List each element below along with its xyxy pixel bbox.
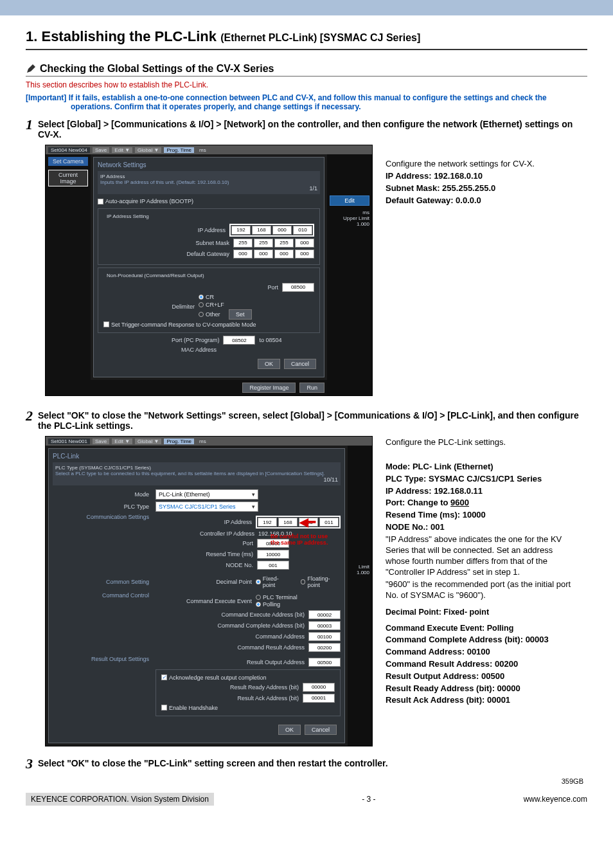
fixed-point-radio[interactable]: Fixed-point bbox=[256, 575, 290, 588]
command-address-label: Command Address bbox=[208, 633, 305, 640]
result-output-address-input[interactable] bbox=[308, 658, 341, 667]
result-ready-label: Result Ready Address (bit) bbox=[202, 684, 299, 691]
note-ip: IP Address: 192.168.0.11 bbox=[386, 486, 483, 496]
note-roaddr: Result Output Address: 00500 bbox=[386, 671, 504, 681]
note-dp: Decimal Point: Fixed- point bbox=[386, 607, 578, 617]
edit-menu[interactable]: Edit ▼ bbox=[112, 439, 132, 444]
resend-time-input[interactable] bbox=[257, 550, 289, 559]
set-trigger-label: Set Trigger-command Response to CV-compa… bbox=[111, 321, 256, 328]
note-node: NODE No.: 001 bbox=[386, 522, 445, 532]
ip-oct3[interactable] bbox=[272, 226, 292, 235]
note-intro: Configure the network settings for CV-X. bbox=[386, 159, 559, 170]
port-label: Port bbox=[195, 284, 278, 291]
ip-highlight-box bbox=[229, 224, 314, 237]
port-pc-label: Port (PC Program) bbox=[136, 337, 219, 343]
important-line2: operations. Confirm that it operates pro… bbox=[26, 102, 587, 111]
edit-side-button[interactable]: Edit bbox=[330, 195, 369, 206]
plc-ip-oct4[interactable] bbox=[319, 518, 339, 527]
note-para2: "9600" is the recommended port (as the i… bbox=[386, 579, 578, 601]
result-address-label: Command Result Address bbox=[208, 644, 305, 651]
save-button[interactable]: Save bbox=[93, 439, 109, 444]
run-button[interactable]: Run bbox=[299, 383, 324, 393]
app-topbar: Set004 New004 Save Edit ▼ Global ▼ Prog.… bbox=[46, 145, 372, 154]
command-address-input[interactable] bbox=[308, 632, 341, 641]
result-address-input[interactable] bbox=[308, 643, 341, 652]
ip-header: IP Address bbox=[100, 174, 317, 179]
set-button[interactable]: Set bbox=[229, 309, 252, 320]
polling-radio[interactable]: Polling bbox=[256, 601, 280, 608]
cancel-button[interactable]: Cancel bbox=[305, 725, 337, 735]
ack-result-checkbox[interactable]: ✓Acknowledge result output completion bbox=[161, 674, 267, 681]
default-gateway-label: Default Gateway bbox=[146, 251, 229, 257]
register-image-button[interactable]: Register Image bbox=[242, 383, 296, 393]
enable-handshake-checkbox[interactable]: Enable Handshake bbox=[161, 705, 218, 711]
page-counter: 1/1 bbox=[100, 185, 317, 192]
cancel-button[interactable]: Cancel bbox=[284, 359, 316, 369]
ip-address-label: IP Address bbox=[142, 227, 226, 233]
plc-terminal-radio[interactable]: PLC Terminal bbox=[256, 594, 298, 601]
global-menu[interactable]: Global ▼ bbox=[135, 147, 161, 153]
gw-oct2[interactable] bbox=[254, 249, 273, 258]
set-camera-button[interactable]: Set Camera bbox=[48, 157, 88, 166]
ok-button[interactable]: OK bbox=[258, 359, 280, 369]
resend-time-label: Resend Time (ms) bbox=[157, 551, 253, 557]
port-pc-input[interactable] bbox=[223, 336, 255, 345]
note-rrdy: Result Ready Address (bit): 00000 bbox=[386, 683, 520, 693]
right-sidebar: Limit 1.000 bbox=[348, 446, 372, 746]
screenshot-plc-link: Set001 New001 Save Edit ▼ Global ▼ Prog.… bbox=[45, 436, 373, 746]
result-ack-input[interactable] bbox=[303, 694, 335, 703]
subnet-mask-label: Subnet Mask bbox=[146, 240, 229, 246]
prog-time-label: Prog. Time bbox=[164, 439, 194, 444]
upper-limit-label: Upper Limit bbox=[330, 215, 369, 221]
ip-oct2[interactable] bbox=[252, 226, 271, 235]
communication-settings-label: Communication Settings bbox=[53, 514, 149, 520]
result-output-settings-label: Result Output Settings bbox=[53, 656, 149, 662]
plc-ip-oct2[interactable] bbox=[278, 518, 298, 527]
nonprocedural-group: Non-Procedural (Command/Result Output) bbox=[105, 273, 206, 278]
execute-address-input[interactable] bbox=[308, 610, 341, 619]
plc-type-select[interactable]: SYSMAC CJ/CS1/CP1 Series bbox=[155, 502, 258, 512]
note-ip: IP Address: 192.168.0.10 bbox=[386, 171, 559, 182]
plc-ip-oct1[interactable] bbox=[258, 518, 277, 527]
delim-cr-radio[interactable]: CR bbox=[199, 294, 214, 300]
node-no-input[interactable] bbox=[257, 561, 289, 570]
mode-label: Mode bbox=[53, 491, 149, 498]
step-number: 1 bbox=[26, 118, 33, 132]
edit-menu[interactable]: Edit ▼ bbox=[112, 147, 132, 153]
command-control-label: Command Control bbox=[53, 592, 149, 599]
gw-oct3[interactable] bbox=[274, 249, 294, 258]
result-ready-input[interactable] bbox=[303, 683, 335, 692]
set-trigger-checkbox[interactable]: Set Trigger-command Response to CV-compa… bbox=[103, 321, 256, 328]
port-pc-to: to 08504 bbox=[259, 337, 281, 343]
mask-oct1[interactable] bbox=[233, 239, 253, 248]
mask-oct3[interactable] bbox=[274, 239, 294, 248]
mask-oct4[interactable] bbox=[295, 239, 314, 248]
ms-label-side: ms bbox=[330, 210, 369, 215]
gw-oct1[interactable] bbox=[233, 249, 253, 258]
step-text: Select "OK" to close the "PLC-Link" sett… bbox=[38, 757, 587, 768]
complete-address-input[interactable] bbox=[308, 621, 341, 630]
global-menu[interactable]: Global ▼ bbox=[135, 439, 161, 444]
save-button[interactable]: Save bbox=[93, 147, 109, 153]
mask-oct2[interactable] bbox=[254, 239, 273, 248]
note-cmdaddr: Command Address: 00100 bbox=[386, 647, 490, 656]
ip-oct4[interactable] bbox=[293, 226, 312, 235]
page-footer: KEYENCE CORPORATION. Vision System Divis… bbox=[0, 786, 613, 818]
note-intro: Configure the PLC-Link settings. bbox=[386, 437, 578, 448]
mode-select[interactable]: PLC-Link (Ethernet) bbox=[155, 489, 258, 500]
ip-address-label: IP Address bbox=[155, 519, 252, 525]
ok-button[interactable]: OK bbox=[278, 725, 301, 735]
controller-ip-label: Controller IP Address bbox=[158, 530, 254, 537]
ms-label: ms bbox=[197, 147, 209, 153]
mac-address-label: MAC Address bbox=[133, 347, 217, 353]
delim-crlf-radio[interactable]: CR+LF bbox=[199, 302, 224, 308]
gw-oct4[interactable] bbox=[295, 249, 314, 258]
port-input[interactable] bbox=[282, 283, 314, 292]
limit-value: 1.000 bbox=[350, 570, 369, 575]
note-resend: Resend Time (ms): 10000 bbox=[386, 510, 486, 520]
current-image-tab[interactable]: Current Image bbox=[48, 170, 88, 186]
floating-point-radio[interactable]: Floating-point bbox=[301, 575, 341, 588]
auto-acquire-checkbox[interactable]: Auto-acquire IP Address (BOOTP) bbox=[98, 198, 193, 204]
ip-oct1[interactable] bbox=[231, 226, 251, 235]
delim-other-radio[interactable]: Other Set bbox=[199, 309, 252, 320]
